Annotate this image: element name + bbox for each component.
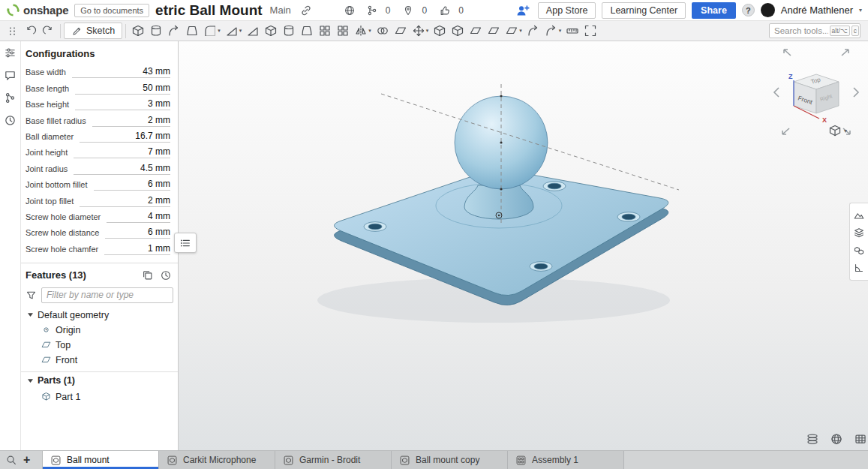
tool-dropdown-caret-icon[interactable]: ▾ [239,28,242,34]
move-face-tool[interactable] [449,22,467,40]
history-panel-button[interactable] [4,114,17,127]
circular-pattern-tool[interactable] [334,22,352,40]
tool-dropdown-caret-icon[interactable]: ▾ [426,28,429,34]
rollback-clock-icon[interactable] [160,269,172,281]
orbit-button[interactable] [830,432,843,446]
tool-dropdown-caret-icon[interactable]: ▾ [519,28,522,34]
grid-button[interactable] [854,432,867,446]
view-options-button[interactable]: ▾ [828,124,847,137]
config-value-field[interactable]: 4.5 mm [74,163,170,175]
fit-view-tool[interactable] [581,22,599,40]
like-button[interactable] [436,2,454,20]
tab-garmin-brodit[interactable]: Garmin - Brodit [275,451,392,469]
config-value-field[interactable]: 6 mm [105,227,170,239]
features-list-popout-button[interactable] [174,233,197,253]
toolbar-handle-button[interactable] [3,22,21,40]
go-to-documents-button[interactable]: Go to documents [74,4,149,17]
view-cube[interactable]: Top Front Right Z X [773,44,861,142]
tree-item-origin[interactable]: Origin [21,323,178,338]
scene-button[interactable] [853,209,865,221]
loft-tool[interactable] [183,22,201,40]
sweep-tool[interactable] [165,22,183,40]
help-button[interactable]: ? [742,4,755,17]
rib-tool[interactable] [298,22,316,40]
share-button[interactable]: Share [692,2,736,19]
tree-item-parts-group[interactable]: Parts (1) [21,371,178,389]
config-value-field[interactable]: 6 mm [94,179,170,191]
undo-button[interactable] [21,22,39,40]
transform-tool[interactable]: ▾ [410,22,431,40]
config-value-field[interactable]: 3 mm [75,98,170,110]
comments-panel-button[interactable] [4,69,17,82]
follow-button[interactable] [514,2,532,20]
extrude-tool[interactable] [129,22,147,40]
user-name[interactable]: André Mathlener [781,5,853,16]
search-tabs-button[interactable] [5,454,17,466]
fill-surface-tool[interactable] [485,22,503,40]
config-value-field[interactable]: 4 mm [107,211,170,223]
config-value-field[interactable]: 2 mm [92,115,170,127]
mirror-tool[interactable]: ▾ [352,22,374,40]
helix-tool[interactable] [524,22,542,40]
split-tool[interactable] [392,22,410,40]
chamfer-tool[interactable]: ▾ [223,22,245,40]
fillet-tool[interactable]: ▾ [201,22,223,40]
redo-button[interactable] [39,22,57,40]
feature-filter-input[interactable] [41,287,173,303]
tree-item-part-1[interactable]: Part 1 [21,389,178,404]
tool-dropdown-caret-icon[interactable]: ▾ [218,28,221,34]
tab-ball-mount[interactable]: Ball mount [43,451,159,469]
config-value-field[interactable]: 2 mm [80,195,170,207]
pin-button[interactable] [399,2,417,20]
shell-tool[interactable] [262,22,280,40]
tree-item-top-plane[interactable]: Top [21,338,178,353]
tab-assembly-1[interactable]: Assembly 1 [508,451,624,469]
sketch-button[interactable]: Sketch [64,23,122,39]
tab-ball-mount-copy[interactable]: Ball mount copy [392,451,508,469]
config-value-field[interactable]: 1 mm [104,243,170,255]
viewport-3d[interactable]: Top Front Right Z X ▾ [179,41,868,450]
user-avatar[interactable] [761,3,775,17]
components-button[interactable] [853,245,865,257]
add-tab-button[interactable]: + [23,454,30,466]
fork-button[interactable] [363,2,381,20]
layers-button[interactable] [853,227,865,239]
tree-item-default-geometry[interactable]: Default geometry [21,308,178,323]
document-stats: 0 0 0 [341,2,468,20]
tree-expand-caret-icon[interactable] [27,311,34,318]
plane-tool[interactable]: ▾ [503,22,524,40]
hole-tool[interactable] [280,22,298,40]
tab-carkit-microphone[interactable]: Carkit Microphone [159,451,275,469]
section-stack-button[interactable] [806,432,819,446]
public-button[interactable] [341,2,359,20]
joint-boss[interactable] [464,185,533,219]
versions-panel-button[interactable] [4,92,17,104]
onshape-logo[interactable]: onshape [6,3,68,17]
measure-panel-button[interactable] [853,262,865,274]
tool-dropdown-caret-icon[interactable]: ▾ [368,28,371,34]
tree-expand-caret-icon[interactable] [27,377,34,384]
configurations-panel-button[interactable] [4,47,17,59]
config-value-field[interactable]: 43 mm [72,66,170,78]
model-canvas[interactable] [179,41,868,450]
draft-tool[interactable] [244,22,262,40]
offset-surface-tool[interactable] [467,22,485,40]
copy-link-button[interactable] [297,2,315,20]
linear-pattern-tool[interactable] [316,22,334,40]
tool-dropdown-caret-icon[interactable]: ▾ [559,28,562,34]
project-curve-tool[interactable]: ▾ [542,22,564,40]
app-store-button[interactable]: App Store [538,2,596,19]
measure-tool[interactable] [563,22,581,40]
tree-item-front-plane[interactable]: Front [21,353,178,368]
config-value-field[interactable]: 16.7 mm [80,131,170,143]
config-value-field[interactable]: 7 mm [74,146,170,158]
user-menu-caret-icon[interactable]: ▾ [859,7,862,14]
copies-icon[interactable] [142,269,154,281]
revolve-tool[interactable] [147,22,165,40]
config-value-field[interactable]: 50 mm [75,83,170,95]
workspace-label[interactable]: Main [270,5,291,16]
boolean-tool[interactable] [374,22,392,40]
learning-center-button[interactable]: Learning Center [602,2,686,19]
filter-funnel-icon[interactable] [26,290,37,301]
delete-face-tool[interactable] [431,22,449,40]
